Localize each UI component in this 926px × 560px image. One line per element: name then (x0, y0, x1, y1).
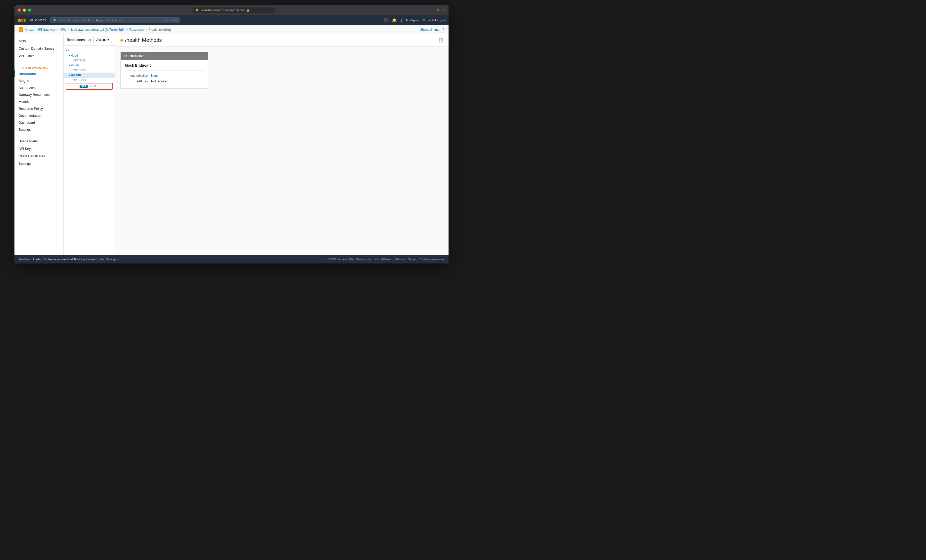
breadcrumb-bar: ⚡ Amazon API Gateway > APIs > food-aws-s… (14, 25, 449, 34)
main-area: /health Methods 📋 ⟳ OPTIONS Mock Endpoin… (115, 34, 449, 255)
authorization-value: None (151, 74, 159, 77)
main-header: /health Methods 📋 (115, 34, 449, 47)
search-placeholder: Search for services, features, blogs, do… (58, 18, 163, 22)
user-menu[interactable]: M. Luthfi As Syafii (423, 18, 445, 22)
maximize-button[interactable] (28, 9, 31, 12)
aws-nav-right: ⬛ 🔔 ? N. Virginia M. Luthfi As Syafii (383, 18, 445, 23)
unified-settings-link[interactable]: Unified Settings ↗ (96, 258, 120, 261)
breadcrumb-sep4: > (146, 28, 147, 31)
lock-icon: 🔒 (247, 9, 250, 12)
close-button[interactable] (18, 9, 21, 12)
breadcrumb-apis[interactable]: APIs (60, 28, 66, 32)
sidebar-item-models[interactable]: Models (14, 98, 63, 105)
footer-message: Looking for language selection? Find it … (33, 258, 120, 261)
tree-area: ▾ / ▾ /food OPTIONS ▾ /foods OPTIONS (64, 46, 115, 255)
cookie-preferences-link[interactable]: Cookie preferences (420, 258, 444, 261)
breadcrumb-sep1: > (57, 28, 58, 31)
authorization-label: Authorization (125, 74, 148, 77)
notes-icon[interactable]: 📋 (438, 38, 443, 42)
resources-title: Resources (67, 38, 85, 42)
options-header: ⟳ OPTIONS (121, 52, 208, 60)
sidebar-item-usage-plans[interactable]: Usage Plans (14, 138, 63, 145)
tree-item-foods-options[interactable]: OPTIONS (64, 68, 115, 73)
sidebar-item-resources[interactable]: Resources (14, 70, 63, 77)
tree-item-health[interactable]: ▾ /health (64, 73, 115, 78)
service-icon: ⚡ (19, 27, 23, 32)
footer: Feedback Looking for language selection?… (14, 255, 449, 263)
services-button[interactable]: ⊞ Services (29, 17, 47, 23)
get-badge: GET (80, 85, 88, 88)
collapse-panel-button[interactable]: ◁ (87, 37, 92, 43)
sidebar-item-settings[interactable]: Settings (14, 126, 63, 133)
tree-item-health-options[interactable]: OPTIONS (64, 78, 115, 82)
food-options-label: OPTIONS (73, 59, 86, 62)
options-title: OPTIONS (129, 54, 145, 58)
breadcrumb-home[interactable]: Amazon API Gateway (25, 28, 55, 32)
sidebar-item-vpc-links[interactable]: VPC Links (14, 52, 63, 60)
sidebar-item-client-certificates[interactable]: Client Certificates (14, 152, 63, 160)
health-options-label: OPTIONS (73, 79, 86, 82)
sidebar-item-gateway-responses[interactable]: Gateway Responses (14, 91, 63, 98)
bell-icon[interactable]: 🔔 (392, 18, 397, 23)
help-icon[interactable]: ? (401, 18, 402, 23)
terms-link[interactable]: Terms (409, 258, 416, 261)
tree-label-health: /health (71, 73, 81, 77)
main-body: ⟳ OPTIONS Mock Endpoint Authorization No… (115, 47, 449, 94)
api-key-row: API Key Not required (125, 80, 204, 83)
sidebar-item-custom-domain[interactable]: Custom Domain Names (14, 45, 63, 52)
privacy-link[interactable]: Privacy (396, 258, 405, 261)
caret-root-icon: ▾ (66, 49, 67, 52)
tree-item-food[interactable]: ▾ /food (64, 53, 115, 58)
main-content: APIs Custom Domain Names VPC Links API: … (14, 34, 449, 255)
url-bar[interactable]: us-east-1.console.aws.amazon.com 🔒 (192, 8, 275, 13)
breadcrumb-resources[interactable]: Resources (129, 28, 144, 32)
tree-label-root: / (68, 48, 69, 52)
add-tab-icon[interactable]: + (443, 8, 445, 12)
footer-right: © 2022, Amazon Web Services, Inc. or its… (327, 258, 444, 261)
check-icon: ✓ (89, 84, 92, 88)
sidebar-divider-2 (14, 135, 63, 135)
tree-item-foods[interactable]: ▾ /foods (64, 63, 115, 68)
tree-get-row[interactable]: GET ✓ ✕ (66, 83, 113, 89)
health-status-dot (120, 39, 123, 42)
screen-icon[interactable]: ⬛ (383, 18, 388, 23)
sidebar-item-dashboard[interactable]: Dashboard (14, 119, 63, 126)
breadcrumb-api[interactable]: food-aws-serverless-api (6o7nxmk3g5) (71, 28, 124, 32)
actions-button[interactable]: Actions ▾ (94, 37, 112, 43)
share-icon[interactable]: ⬆ (437, 8, 440, 12)
help-circle-icon[interactable]: ? (442, 28, 444, 32)
sidebar-item-global-settings[interactable]: Settings (14, 160, 63, 167)
sidebar-item-stages[interactable]: Stages (14, 77, 63, 84)
services-label: Services (34, 18, 46, 22)
resources-panel: Resources ◁ Actions ▾ ▾ / ▾ /food (64, 34, 115, 255)
page-title: /health Methods (125, 37, 162, 43)
sidebar-item-documentation[interactable]: Documentation (14, 112, 63, 119)
options-card: ⟳ OPTIONS Mock Endpoint Authorization No… (120, 51, 208, 89)
aws-nav: aws ⊞ Services 🔍 Search for services, fe… (14, 15, 449, 25)
search-shortcut: [Option+S] (165, 19, 177, 22)
tree-label-food: /food (71, 54, 78, 58)
sidebar-divider (14, 62, 63, 62)
sidebar: APIs Custom Domain Names VPC Links API: … (14, 34, 64, 255)
search-icon: 🔍 (53, 18, 57, 22)
caret-food-icon: ▾ (69, 54, 70, 57)
sidebar-item-api-keys[interactable]: API Keys (14, 145, 63, 152)
sidebar-item-authorizers[interactable]: Authorizers (14, 84, 63, 91)
tree-item-food-options[interactable]: OPTIONS (64, 58, 115, 63)
x-icon: ✕ (93, 84, 96, 88)
feedback-link[interactable]: Feedback (19, 258, 31, 261)
tree-item-root[interactable]: ▾ / (64, 48, 115, 53)
aws-search-bar[interactable]: 🔍 Search for services, features, blogs, … (50, 17, 180, 23)
show-hints-button[interactable]: Show all hints (420, 28, 439, 32)
sidebar-item-resource-policy[interactable]: Resource Policy (14, 105, 63, 112)
sidebar-item-apis[interactable]: APIs (14, 37, 63, 45)
region-selector[interactable]: N. Virginia (406, 18, 419, 22)
title-bar: us-east-1.console.aws.amazon.com 🔒 ⬆ + (14, 5, 449, 15)
endpoint-title: Mock Endpoint (125, 63, 204, 67)
tree-label-foods: /foods (71, 64, 80, 67)
breadcrumb-current: /health (ck0dxq) (149, 28, 171, 32)
foods-options-label: OPTIONS (73, 69, 86, 72)
title-bar-right: ⬆ + (437, 8, 445, 12)
minimize-button[interactable] (23, 9, 26, 12)
caret-foods-icon: ▾ (69, 64, 70, 67)
